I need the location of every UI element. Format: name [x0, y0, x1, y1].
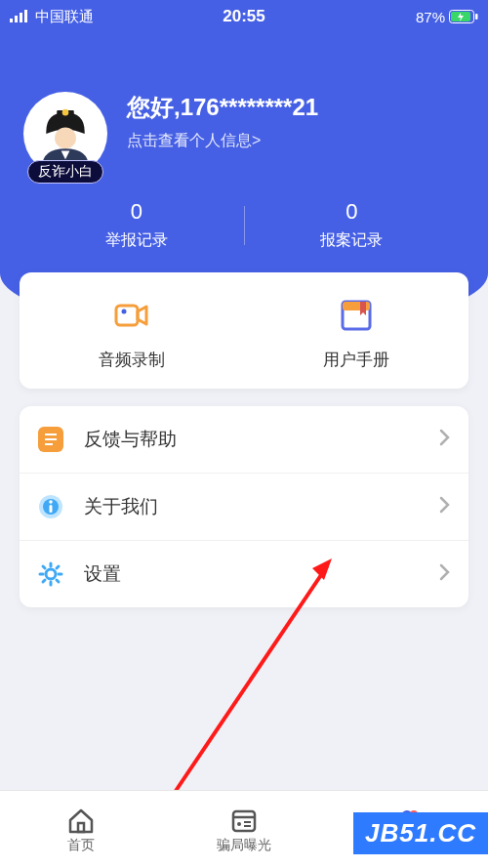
action-card: 音频录制 用户手册 [20, 272, 468, 389]
book-icon [335, 294, 378, 337]
greeting-text: 您好,176********21 [127, 92, 318, 123]
svg-rect-6 [475, 14, 478, 20]
feedback-icon [37, 426, 64, 453]
svg-line-29 [57, 580, 59, 582]
svg-rect-34 [78, 823, 84, 832]
svg-point-9 [62, 109, 69, 116]
video-camera-icon [110, 294, 153, 337]
svg-point-23 [46, 569, 56, 579]
svg-line-30 [57, 566, 59, 568]
svg-rect-1 [15, 16, 18, 22]
action-user-manual[interactable]: 用户手册 [244, 294, 468, 371]
news-icon [163, 806, 326, 837]
menu-feedback[interactable]: 反馈与帮助 [20, 406, 468, 473]
carrier-text: 中国联通 [35, 8, 94, 26]
svg-line-28 [43, 566, 45, 568]
chevron-right-icon [439, 496, 451, 518]
battery-icon [449, 10, 478, 23]
nav-scam-label: 骗局曝光 [163, 837, 326, 854]
gear-icon [37, 560, 64, 588]
profile-section[interactable]: 反诈小白 您好,176********21 点击查看个人信息> [0, 33, 488, 176]
nav-scam[interactable]: 骗局曝光 [163, 806, 326, 854]
action-manual-label: 用户手册 [244, 349, 468, 371]
svg-rect-3 [24, 10, 27, 22]
menu-settings[interactable]: 设置 [20, 540, 468, 607]
svg-rect-11 [116, 306, 138, 325]
svg-line-31 [43, 580, 45, 582]
menu-feedback-label: 反馈与帮助 [84, 427, 177, 452]
nav-home-label: 首页 [0, 837, 163, 854]
svg-rect-21 [50, 505, 53, 513]
action-audio-record[interactable]: 音频录制 [20, 294, 244, 371]
stat-case-label: 报案记录 [245, 230, 460, 251]
stat-report-label: 举报记录 [29, 230, 244, 251]
stat-report[interactable]: 0 举报记录 [29, 199, 244, 251]
menu-about-label: 关于我们 [84, 494, 158, 519]
svg-rect-2 [20, 13, 22, 22]
menu-settings-label: 设置 [84, 561, 121, 587]
svg-rect-0 [10, 19, 13, 22]
home-icon [0, 806, 163, 837]
svg-point-22 [49, 500, 53, 504]
svg-point-37 [237, 822, 241, 826]
info-icon [37, 493, 64, 520]
menu-about[interactable]: 关于我们 [20, 473, 468, 540]
menu-list: 反馈与帮助 关于我们 设置 [20, 406, 468, 607]
status-bar: 中国联通 20:55 87% [0, 0, 488, 33]
svg-point-10 [55, 127, 76, 148]
svg-rect-18 [45, 443, 53, 445]
chevron-right-icon [439, 563, 451, 586]
stat-report-count: 0 [29, 199, 244, 225]
action-audio-label: 音频录制 [20, 349, 244, 371]
watermark: JB51.CC [353, 812, 488, 854]
svg-rect-17 [45, 438, 57, 440]
stat-case[interactable]: 0 报案记录 [245, 199, 460, 251]
nav-home[interactable]: 首页 [0, 806, 163, 854]
svg-rect-16 [45, 434, 57, 435]
svg-point-12 [122, 310, 127, 314]
avatar-badge: 反诈小白 [27, 160, 103, 184]
chevron-right-icon [439, 429, 451, 451]
stats-row: 0 举报记录 0 报案记录 [0, 199, 488, 251]
battery-text: 87% [416, 9, 445, 25]
profile-sub-link[interactable]: 点击查看个人信息> [127, 131, 318, 151]
stat-case-count: 0 [245, 199, 460, 225]
signal-icon [10, 9, 29, 25]
clock: 20:55 [223, 7, 264, 26]
